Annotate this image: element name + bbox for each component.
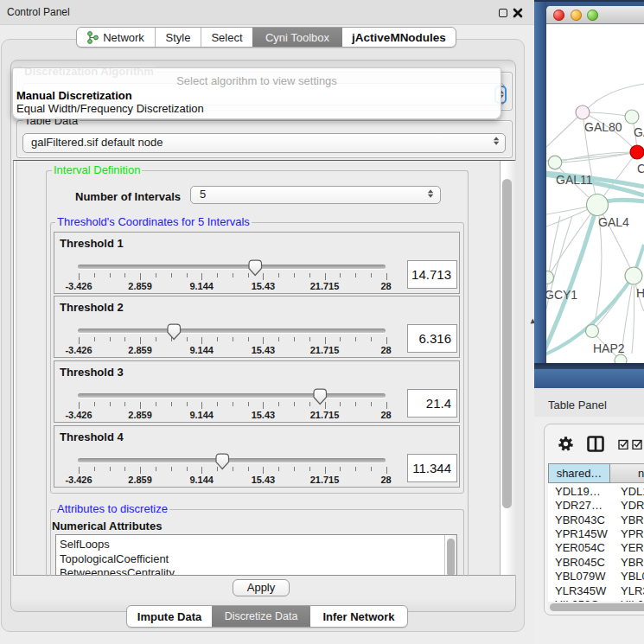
svg-text:HAP2: HAP2 [593, 341, 625, 355]
svg-text:GCY1: GCY1 [546, 288, 577, 302]
svg-text:C: C [637, 162, 644, 175]
svg-text:GAL80: GAL80 [584, 120, 622, 134]
svg-text:GA: GA [634, 125, 644, 139]
svg-text:GAL4: GAL4 [598, 215, 629, 229]
svg-text:HI: HI [636, 286, 644, 300]
svg-text:GAL11: GAL11 [556, 173, 593, 187]
